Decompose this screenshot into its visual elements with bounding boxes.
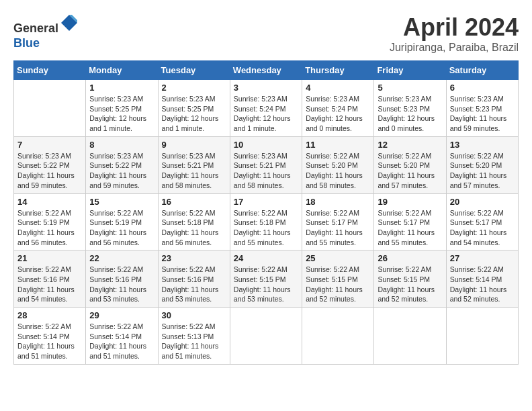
month-title: April 2024 — [390, 13, 519, 42]
day-info: Sunrise: 5:23 AM Sunset: 5:24 PM Dayligh… — [306, 94, 370, 134]
calendar-cell: 26Sunrise: 5:22 AM Sunset: 5:15 PM Dayli… — [374, 250, 446, 308]
day-number: 6 — [450, 83, 515, 93]
day-number: 24 — [234, 253, 298, 263]
day-number: 29 — [89, 310, 154, 320]
day-number: 13 — [450, 140, 515, 150]
calendar-cell — [230, 308, 302, 365]
calendar-cell: 22Sunrise: 5:22 AM Sunset: 5:16 PM Dayli… — [86, 250, 158, 308]
calendar-cell: 6Sunrise: 5:23 AM Sunset: 5:23 PM Daylig… — [446, 80, 518, 137]
day-info: Sunrise: 5:22 AM Sunset: 5:13 PM Dayligh… — [162, 322, 226, 361]
logo-general: General — [13, 21, 58, 35]
day-info: Sunrise: 5:22 AM Sunset: 5:15 PM Dayligh… — [234, 265, 298, 304]
day-info: Sunrise: 5:22 AM Sunset: 5:20 PM Dayligh… — [450, 151, 515, 191]
day-info: Sunrise: 5:22 AM Sunset: 5:17 PM Dayligh… — [378, 208, 442, 248]
day-info: Sunrise: 5:23 AM Sunset: 5:22 PM Dayligh… — [89, 151, 154, 191]
calendar-cell: 20Sunrise: 5:22 AM Sunset: 5:17 PM Dayli… — [446, 193, 518, 250]
day-number: 26 — [378, 253, 442, 263]
calendar-cell — [302, 308, 374, 365]
col-header-sunday: Sunday — [14, 61, 86, 80]
day-info: Sunrise: 5:22 AM Sunset: 5:14 PM Dayligh… — [450, 265, 515, 304]
col-header-tuesday: Tuesday — [158, 61, 230, 80]
calendar-cell: 5Sunrise: 5:23 AM Sunset: 5:23 PM Daylig… — [374, 80, 446, 137]
calendar-cell: 8Sunrise: 5:23 AM Sunset: 5:22 PM Daylig… — [86, 136, 158, 193]
day-number: 18 — [306, 197, 370, 207]
calendar-cell: 23Sunrise: 5:22 AM Sunset: 5:16 PM Dayli… — [158, 250, 230, 308]
calendar-table: SundayMondayTuesdayWednesdayThursdayFrid… — [13, 60, 519, 365]
day-number: 21 — [17, 253, 82, 263]
day-number: 27 — [450, 253, 515, 263]
day-number: 2 — [162, 83, 226, 93]
day-number: 9 — [162, 140, 226, 150]
day-number: 14 — [17, 197, 82, 207]
day-number: 19 — [378, 197, 442, 207]
calendar-cell: 3Sunrise: 5:23 AM Sunset: 5:24 PM Daylig… — [230, 80, 302, 137]
calendar-cell: 17Sunrise: 5:22 AM Sunset: 5:18 PM Dayli… — [230, 193, 302, 250]
day-number: 15 — [89, 197, 154, 207]
title-block: April 2024 Juripiranga, Paraiba, Brazil — [390, 13, 519, 54]
calendar-cell: 16Sunrise: 5:22 AM Sunset: 5:18 PM Dayli… — [158, 193, 230, 250]
col-header-saturday: Saturday — [446, 61, 518, 80]
calendar-cell: 11Sunrise: 5:22 AM Sunset: 5:20 PM Dayli… — [302, 136, 374, 193]
calendar-cell: 15Sunrise: 5:22 AM Sunset: 5:19 PM Dayli… — [86, 193, 158, 250]
logo: General Blue — [13, 13, 79, 50]
logo-icon — [60, 13, 79, 32]
calendar-cell: 30Sunrise: 5:22 AM Sunset: 5:13 PM Dayli… — [158, 308, 230, 365]
day-info: Sunrise: 5:23 AM Sunset: 5:25 PM Dayligh… — [162, 94, 226, 134]
calendar-cell: 24Sunrise: 5:22 AM Sunset: 5:15 PM Dayli… — [230, 250, 302, 308]
calendar-cell: 2Sunrise: 5:23 AM Sunset: 5:25 PM Daylig… — [158, 80, 230, 137]
day-number: 3 — [234, 83, 298, 93]
calendar-cell: 12Sunrise: 5:22 AM Sunset: 5:20 PM Dayli… — [374, 136, 446, 193]
day-number: 1 — [89, 83, 154, 93]
day-number: 12 — [378, 140, 442, 150]
day-info: Sunrise: 5:23 AM Sunset: 5:24 PM Dayligh… — [234, 94, 298, 134]
day-number: 10 — [234, 140, 298, 150]
day-number: 4 — [306, 83, 370, 93]
col-header-monday: Monday — [86, 61, 158, 80]
day-info: Sunrise: 5:23 AM Sunset: 5:21 PM Dayligh… — [162, 151, 226, 191]
calendar-cell: 21Sunrise: 5:22 AM Sunset: 5:16 PM Dayli… — [14, 250, 86, 308]
day-info: Sunrise: 5:23 AM Sunset: 5:25 PM Dayligh… — [89, 94, 154, 134]
calendar-cell — [14, 80, 86, 137]
day-info: Sunrise: 5:23 AM Sunset: 5:23 PM Dayligh… — [450, 94, 515, 134]
day-info: Sunrise: 5:23 AM Sunset: 5:21 PM Dayligh… — [234, 151, 298, 191]
day-number: 25 — [306, 253, 370, 263]
day-info: Sunrise: 5:23 AM Sunset: 5:23 PM Dayligh… — [378, 94, 442, 134]
calendar-cell: 1Sunrise: 5:23 AM Sunset: 5:25 PM Daylig… — [86, 80, 158, 137]
calendar-cell: 29Sunrise: 5:22 AM Sunset: 5:14 PM Dayli… — [86, 308, 158, 365]
day-info: Sunrise: 5:22 AM Sunset: 5:14 PM Dayligh… — [89, 322, 154, 361]
day-info: Sunrise: 5:22 AM Sunset: 5:15 PM Dayligh… — [306, 265, 370, 304]
col-header-thursday: Thursday — [302, 61, 374, 80]
day-info: Sunrise: 5:22 AM Sunset: 5:19 PM Dayligh… — [17, 208, 82, 248]
svg-marker-0 — [61, 15, 77, 31]
day-info: Sunrise: 5:22 AM Sunset: 5:16 PM Dayligh… — [162, 265, 226, 304]
day-info: Sunrise: 5:22 AM Sunset: 5:15 PM Dayligh… — [378, 265, 442, 304]
page-header: General Blue April 2024 Juripiranga, Par… — [13, 13, 519, 54]
calendar-cell: 14Sunrise: 5:22 AM Sunset: 5:19 PM Dayli… — [14, 193, 86, 250]
calendar-cell: 7Sunrise: 5:23 AM Sunset: 5:22 PM Daylig… — [14, 136, 86, 193]
calendar-cell: 19Sunrise: 5:22 AM Sunset: 5:17 PM Dayli… — [374, 193, 446, 250]
day-number: 8 — [89, 140, 154, 150]
day-info: Sunrise: 5:23 AM Sunset: 5:22 PM Dayligh… — [17, 151, 82, 191]
location: Juripiranga, Paraiba, Brazil — [390, 42, 519, 54]
day-number: 30 — [162, 310, 226, 320]
day-number: 7 — [17, 140, 82, 150]
calendar-cell: 13Sunrise: 5:22 AM Sunset: 5:20 PM Dayli… — [446, 136, 518, 193]
calendar-cell: 28Sunrise: 5:22 AM Sunset: 5:14 PM Dayli… — [14, 308, 86, 365]
day-info: Sunrise: 5:22 AM Sunset: 5:20 PM Dayligh… — [378, 151, 442, 191]
day-info: Sunrise: 5:22 AM Sunset: 5:16 PM Dayligh… — [17, 265, 82, 304]
day-info: Sunrise: 5:22 AM Sunset: 5:17 PM Dayligh… — [306, 208, 370, 248]
day-number: 22 — [89, 253, 154, 263]
calendar-cell — [374, 308, 446, 365]
day-info: Sunrise: 5:22 AM Sunset: 5:16 PM Dayligh… — [89, 265, 154, 304]
day-info: Sunrise: 5:22 AM Sunset: 5:20 PM Dayligh… — [306, 151, 370, 191]
day-number: 17 — [234, 197, 298, 207]
day-number: 28 — [17, 310, 82, 320]
calendar-cell: 18Sunrise: 5:22 AM Sunset: 5:17 PM Dayli… — [302, 193, 374, 250]
calendar-cell: 4Sunrise: 5:23 AM Sunset: 5:24 PM Daylig… — [302, 80, 374, 137]
day-number: 16 — [162, 197, 226, 207]
calendar-cell — [446, 308, 518, 365]
col-header-wednesday: Wednesday — [230, 61, 302, 80]
calendar-cell: 9Sunrise: 5:23 AM Sunset: 5:21 PM Daylig… — [158, 136, 230, 193]
day-info: Sunrise: 5:22 AM Sunset: 5:19 PM Dayligh… — [89, 208, 154, 248]
day-number: 23 — [162, 253, 226, 263]
